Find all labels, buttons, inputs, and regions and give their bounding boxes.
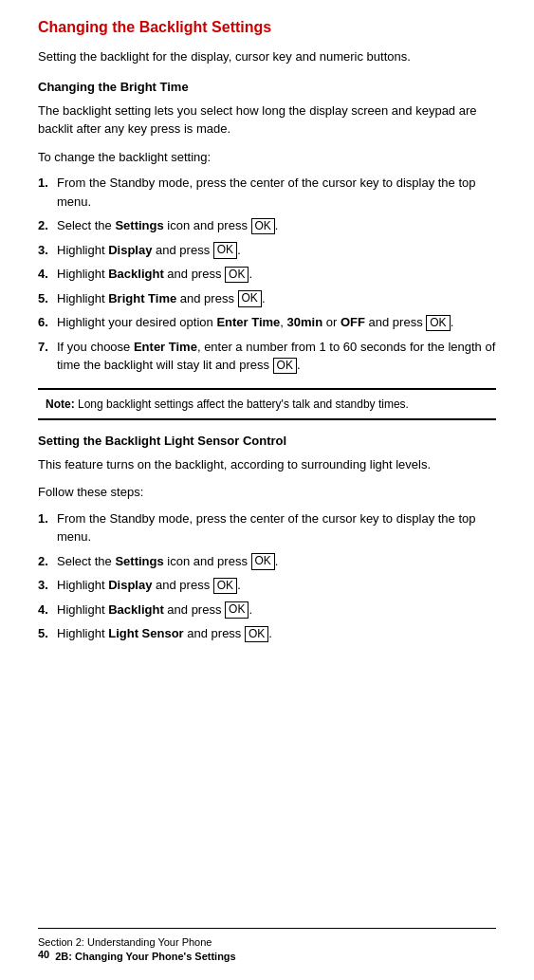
step-content: Highlight Backlight and press OK.	[57, 602, 252, 617]
step-content: Highlight Display and press OK.	[57, 243, 241, 257]
step-number: 2.	[38, 216, 48, 235]
list-item: 2. Select the Settings icon and press OK…	[38, 216, 496, 235]
step-number: 1.	[38, 509, 48, 528]
section2-heading: Setting the Backlight Light Sensor Contr…	[38, 434, 496, 448]
ok-button-icon: OK	[251, 553, 275, 570]
section1-steps-list: 1. From the Standby mode, press the cent…	[38, 174, 496, 375]
section2-body1: This feature turns on the backlight, acc…	[38, 455, 496, 474]
footer-section-label: Section 2: Understanding Your Phone	[38, 936, 212, 948]
list-item: 4. Highlight Backlight and press OK.	[38, 601, 496, 619]
list-item: 3. Highlight Display and press OK.	[38, 241, 496, 260]
step-content: From the Standby mode, press the center …	[57, 511, 476, 545]
step-number: 4.	[38, 601, 48, 619]
step-number: 5.	[38, 289, 48, 308]
ok-button-icon: OK	[213, 242, 237, 259]
section2-steps-list: 1. From the Standby mode, press the cent…	[38, 509, 496, 643]
step-content: Highlight Bright Time and press OK.	[57, 291, 266, 305]
section1-body1: The backlight setting lets you select ho…	[38, 102, 496, 139]
ok-button-icon: OK	[251, 218, 275, 235]
list-item: 6. Highlight your desired option Enter T…	[38, 313, 496, 332]
section2: Setting the Backlight Light Sensor Contr…	[38, 434, 496, 643]
footer-chapter-label: 2B: Changing Your Phone's Settings	[55, 951, 235, 962]
ok-button-icon: OK	[213, 578, 237, 595]
list-item: 1. From the Standby mode, press the cent…	[38, 509, 496, 546]
list-item: 3. Highlight Display and press OK.	[38, 576, 496, 595]
list-item: 4. Highlight Backlight and press OK.	[38, 265, 496, 284]
step-content: Highlight your desired option Enter Time…	[57, 315, 453, 329]
step-number: 7.	[38, 338, 48, 357]
ok-button-icon: OK	[225, 267, 249, 284]
step-number: 1.	[38, 174, 48, 193]
step-content: Highlight Backlight and press OK.	[57, 267, 252, 281]
step-content: Highlight Display and press OK.	[57, 578, 241, 592]
step-content: From the Standby mode, press the center …	[57, 176, 476, 209]
section2-steps-intro: Follow these steps:	[38, 483, 496, 502]
section1: Changing the Bright Time The backlight s…	[38, 80, 496, 375]
ok-button-icon: OK	[245, 626, 268, 643]
step-content: Select the Settings icon and press OK.	[57, 218, 278, 232]
step-number: 3.	[38, 241, 48, 260]
step-content: Highlight Light Sensor and press OK.	[57, 626, 272, 640]
list-item: 5. Highlight Bright Time and press OK.	[38, 289, 496, 308]
step-number: 5.	[38, 624, 48, 643]
step-number: 6.	[38, 313, 48, 332]
note-text: Long backlight settings affect the batte…	[75, 398, 409, 411]
intro-text: Setting the backlight for the display, c…	[38, 47, 496, 66]
note-box: Note: Long backlight settings affect the…	[38, 388, 496, 420]
step-number: 2.	[38, 552, 48, 571]
list-item: 7. If you choose Enter Time, enter a num…	[38, 338, 496, 375]
footer-page-number: 40	[38, 949, 49, 960]
ok-button-icon: OK	[273, 358, 297, 375]
step-content: If you choose Enter Time, enter a number…	[57, 340, 495, 373]
step-content: Select the Settings icon and press OK.	[57, 554, 278, 568]
note-label: Note:	[46, 398, 75, 411]
ok-button-icon: OK	[238, 290, 262, 307]
step-number: 4.	[38, 265, 48, 284]
footer: Section 2: Understanding Your Phone 40 2…	[38, 928, 496, 963]
list-item: 2. Select the Settings icon and press OK…	[38, 552, 496, 571]
ok-button-icon: OK	[426, 315, 450, 332]
section1-steps-intro: To change the backlight setting:	[38, 148, 496, 167]
footer-line2-container: 40 2B: Changing Your Phone's Settings	[38, 949, 496, 963]
page-title: Changing the Backlight Settings	[38, 19, 496, 36]
ok-button-icon: OK	[225, 601, 249, 619]
list-item: 5. Highlight Light Sensor and press OK.	[38, 624, 496, 643]
step-number: 3.	[38, 576, 48, 595]
section1-heading: Changing the Bright Time	[38, 80, 496, 94]
footer-line1: Section 2: Understanding Your Phone	[38, 934, 496, 949]
list-item: 1. From the Standby mode, press the cent…	[38, 174, 496, 211]
